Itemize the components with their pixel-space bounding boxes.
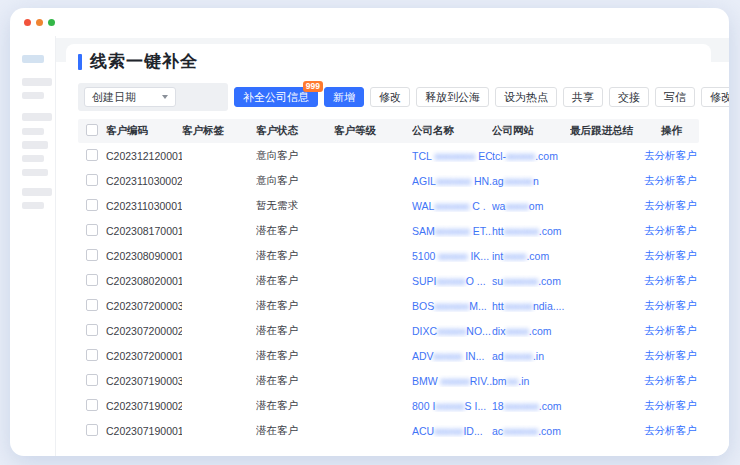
row-checkbox[interactable] (86, 349, 98, 361)
minimize-button[interactable] (36, 19, 43, 26)
column-header: 公司名称 (412, 124, 492, 138)
company-text: AGIL (412, 175, 436, 187)
analyze-customer-link[interactable]: 去分析客户 (644, 199, 695, 213)
analyze-customer-link[interactable]: 去分析客户 (644, 249, 695, 263)
sidebar-item[interactable] (22, 169, 48, 176)
sidebar-item[interactable] (22, 128, 44, 135)
row-checkbox[interactable] (86, 224, 98, 236)
company-website-cell[interactable]: agooooon (492, 175, 570, 187)
company-name-cell: ACUoooooID... (412, 425, 492, 437)
row-checkbox-cell (78, 274, 106, 288)
sidebar-item[interactable] (22, 92, 44, 99)
column-header: 最后跟进总结 (570, 124, 644, 138)
row-checkbox-cell (78, 199, 106, 213)
analyze-customer-link[interactable]: 去分析客户 (644, 149, 695, 163)
analyze-customer-link[interactable]: 去分析客户 (644, 274, 695, 288)
company-website-cell[interactable]: adooooo.in (492, 350, 570, 362)
share-button[interactable]: 共享 (563, 87, 603, 107)
masked-text: ooooo (434, 425, 463, 437)
row-checkbox[interactable] (86, 374, 98, 386)
website-text: .com (526, 250, 549, 262)
masked-text: oooooo (434, 200, 469, 212)
company-text: 5100 (412, 250, 438, 262)
row-checkbox[interactable] (86, 249, 98, 261)
select-all-checkbox[interactable] (86, 124, 98, 136)
row-checkbox-cell (78, 149, 106, 163)
customer-code-cell: C202308170001 (106, 225, 182, 237)
write-letter-button[interactable]: 写信 (655, 87, 695, 107)
column-header: 客户标签 (182, 124, 256, 138)
sidebar-item[interactable] (22, 141, 48, 149)
sidebar-item[interactable] (22, 202, 44, 209)
company-text: C . (469, 200, 485, 212)
website-text: .com (539, 225, 562, 237)
row-checkbox[interactable] (86, 199, 98, 211)
company-text: BMW (412, 375, 441, 387)
table-header: 客户编码客户标签客户状态客户等级公司名称公司网站最后跟进总结操作 (78, 119, 699, 143)
row-checkbox[interactable] (86, 299, 98, 311)
company-text: S I... (465, 400, 487, 412)
analyze-customer-link[interactable]: 去分析客户 (644, 299, 695, 313)
set-hotspot-button[interactable]: 设为热点 (495, 87, 557, 107)
company-website-cell[interactable]: suoooooo.com (492, 275, 570, 287)
complete-company-info-button[interactable]: 补全公司信息999 (234, 87, 318, 107)
company-website-cell[interactable]: httoooooo.com (492, 225, 570, 237)
customer-status-cell: 潜在客户 (256, 399, 334, 413)
row-checkbox-cell (78, 324, 106, 338)
row-checkbox-cell (78, 224, 106, 238)
company-website-cell[interactable]: intoooo.com (492, 250, 570, 262)
company-name-cell: 5100 ooooo IK... (412, 250, 492, 262)
company-text: M... (469, 300, 487, 312)
analyze-customer-link[interactable]: 去分析客户 (644, 399, 695, 413)
add-button[interactable]: 新增 (324, 87, 364, 107)
row-checkbox[interactable] (86, 149, 98, 161)
analyze-customer-link[interactable]: 去分析客户 (644, 374, 695, 388)
edit-button[interactable]: 修改 (370, 87, 410, 107)
company-website-cell[interactable]: 18oooooo.com (492, 400, 570, 412)
sidebar-item[interactable] (22, 113, 52, 121)
release-to-public-button[interactable]: 释放到公海 (416, 87, 489, 107)
website-text: htt (492, 225, 504, 237)
sidebar-item[interactable] (22, 155, 44, 162)
company-website-cell[interactable]: httooooondia.... (492, 300, 570, 312)
change-status-button[interactable]: 修改状态 (701, 87, 729, 107)
company-website-cell[interactable]: waooooom (492, 200, 570, 212)
row-checkbox[interactable] (86, 174, 98, 186)
customer-code-cell: C202308090001 (106, 250, 182, 262)
website-text: ndia.... (533, 300, 565, 312)
sidebar-item[interactable] (22, 188, 52, 196)
app-window: 线索一键补全 创建日期 补全公司信息999新增修改释放到公海设为热点共享交接写信… (10, 8, 729, 456)
masked-text: ooooo (504, 300, 533, 312)
sidebar-item[interactable] (22, 78, 52, 86)
masked-text: ooooo (504, 175, 533, 187)
customer-code-cell: C202307200002 (106, 325, 182, 337)
zoom-button[interactable] (48, 19, 55, 26)
close-button[interactable] (24, 19, 31, 26)
masked-text: ooooo (433, 350, 462, 362)
column-header: 公司网站 (492, 124, 570, 138)
handover-button[interactable]: 交接 (609, 87, 649, 107)
analyze-customer-link[interactable]: 去分析客户 (644, 224, 695, 238)
company-website-cell[interactable]: dixoooo.com (492, 325, 570, 337)
title-accent-bar (78, 54, 82, 70)
date-filter-select[interactable]: 创建日期 (84, 87, 176, 107)
analyze-customer-link[interactable]: 去分析客户 (644, 349, 695, 363)
analyze-customer-link[interactable]: 去分析客户 (644, 174, 695, 188)
table-row: C202307200001潜在客户ADVooooo IN...adooooo.i… (78, 343, 699, 368)
analyze-customer-link[interactable]: 去分析客户 (644, 424, 695, 438)
sidebar-item-active[interactable] (22, 55, 44, 63)
customer-status-cell: 潜在客户 (256, 374, 334, 388)
company-name-cell: TCL ooooooo EC... (412, 150, 492, 162)
company-website-cell[interactable]: bmoo.in (492, 375, 570, 387)
page-title: 线索一键补全 (90, 50, 198, 73)
action-cell: 去分析客户 (644, 224, 699, 238)
row-checkbox[interactable] (86, 274, 98, 286)
company-name-cell: SAMoooooo ET... (412, 225, 492, 237)
company-website-cell[interactable]: tcl-ooooo.com (492, 150, 570, 162)
row-checkbox[interactable] (86, 399, 98, 411)
row-checkbox[interactable] (86, 424, 98, 436)
company-text: ACU (412, 425, 434, 437)
row-checkbox[interactable] (86, 324, 98, 336)
analyze-customer-link[interactable]: 去分析客户 (644, 324, 695, 338)
company-website-cell[interactable]: acoooooo.com (492, 425, 570, 437)
